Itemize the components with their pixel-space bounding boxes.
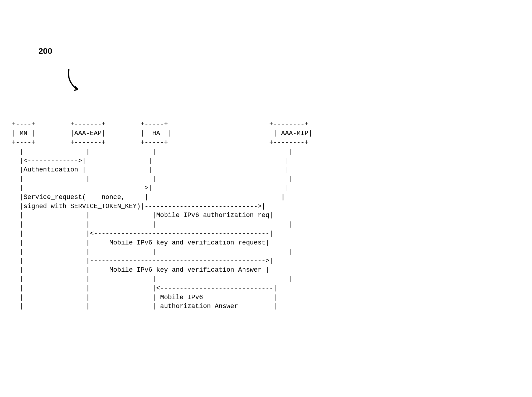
actor-mn: MN xyxy=(20,130,27,137)
curve-arrow-icon xyxy=(50,57,84,105)
actor-aaa-mip: AAA-MIP xyxy=(281,130,308,137)
msg-service-request-line2: signed with SERVICE_TOKEN_KEY) xyxy=(24,203,141,210)
msg-service-request-line1: Service_request( nonce, xyxy=(24,194,125,201)
actor-aaa-eap: AAA-EAP xyxy=(74,130,101,137)
actor-ha: HA xyxy=(152,130,160,137)
sequence-diagram: 200 +----+ +-------+ +-----+ +--------+ … xyxy=(12,48,520,320)
msg-mipv6-key-ver-req: Mobile IPv6 key and verification request xyxy=(109,239,265,247)
msg-mipv6-key-ver-ans: Mobile IPv6 key and verification Answer xyxy=(109,266,262,274)
ascii-sequence-diagram: +----+ +-------+ +-----+ +--------+ | MN… xyxy=(12,120,520,311)
msg-mipv6-auth-ans-line1: Mobile IPv6 xyxy=(160,294,203,301)
msg-mipv6-auth-ans-line2: authorization Answer xyxy=(160,303,238,310)
msg-authentication: Authentication xyxy=(24,166,78,174)
figure-number: 200 xyxy=(38,45,52,57)
msg-mipv6-auth-req: Mobile IPv6 authorization req xyxy=(156,212,269,219)
